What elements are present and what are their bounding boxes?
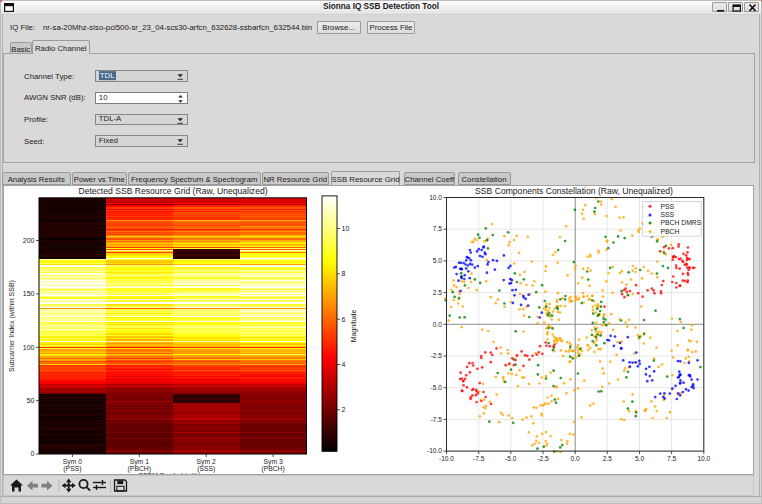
svg-text:-2.5: -2.5 xyxy=(537,454,549,461)
svg-text:(SSS): (SSS) xyxy=(197,464,215,472)
svg-text:-2.5: -2.5 xyxy=(430,352,442,359)
svg-text:6: 6 xyxy=(341,315,345,322)
svg-text:-10.0: -10.0 xyxy=(426,447,441,454)
svg-text:-10.0: -10.0 xyxy=(438,454,453,461)
svg-text:2.5: 2.5 xyxy=(602,454,611,461)
svg-text:7.5: 7.5 xyxy=(432,225,441,232)
svg-text:200: 200 xyxy=(22,237,34,244)
svg-text:0.0: 0.0 xyxy=(570,454,579,461)
svg-text:8: 8 xyxy=(341,270,345,277)
svg-text:2: 2 xyxy=(341,406,345,413)
svg-text:10.0: 10.0 xyxy=(429,193,442,200)
svg-text:SSS: SSS xyxy=(660,211,674,218)
svg-text:150: 150 xyxy=(22,290,34,297)
svg-text:SSB Components Constellation (: SSB Components Constellation (Raw, Unequ… xyxy=(475,186,673,196)
svg-text:50: 50 xyxy=(26,397,34,404)
svg-text:4: 4 xyxy=(341,361,345,368)
svg-text:Subcarrier Index (within SSB): Subcarrier Index (within SSB) xyxy=(8,280,16,372)
svg-text:7.5: 7.5 xyxy=(667,454,676,461)
svg-text:10.0: 10.0 xyxy=(697,454,710,461)
svg-text:2.5: 2.5 xyxy=(432,289,441,296)
svg-text:-7.5: -7.5 xyxy=(473,454,485,461)
svg-text:10: 10 xyxy=(341,225,349,232)
svg-text:100: 100 xyxy=(22,343,34,350)
svg-text:PSS: PSS xyxy=(660,202,674,209)
svg-text:PBCH DMRS: PBCH DMRS xyxy=(660,219,701,226)
svg-text:-7.5: -7.5 xyxy=(430,415,442,422)
svg-text:(PBCH): (PBCH) xyxy=(127,464,150,472)
svg-text:5.0: 5.0 xyxy=(432,257,441,264)
svg-text:5.0: 5.0 xyxy=(634,454,643,461)
svg-text:0.0: 0.0 xyxy=(432,320,441,327)
svg-text:(PSS): (PSS) xyxy=(63,464,81,472)
svg-text:(PBCH): (PBCH) xyxy=(261,464,284,472)
svg-text:0: 0 xyxy=(30,450,34,457)
svg-text:Detected SSB Resource Grid (Ra: Detected SSB Resource Grid (Raw, Unequal… xyxy=(78,186,267,196)
svg-text:-5.0: -5.0 xyxy=(430,384,442,391)
svg-text:-5.0: -5.0 xyxy=(505,454,517,461)
svg-text:PBCH: PBCH xyxy=(660,228,679,235)
svg-text:Magnitude: Magnitude xyxy=(350,309,358,342)
